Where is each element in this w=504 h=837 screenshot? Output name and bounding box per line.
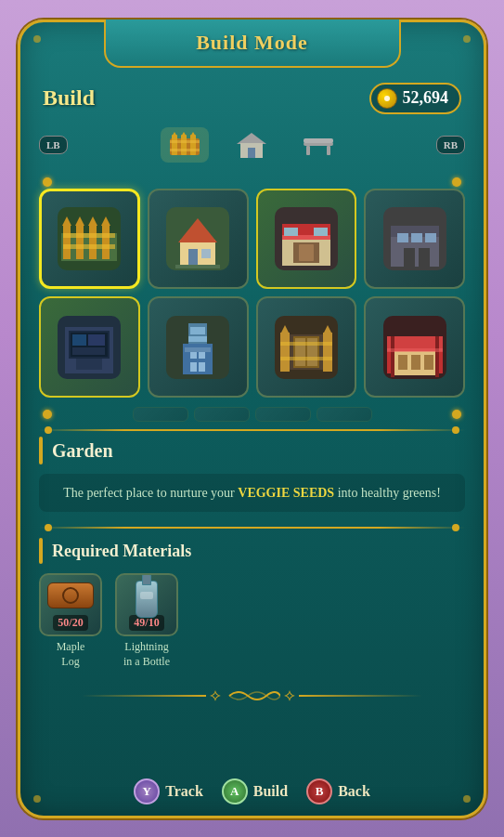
svg-rect-85	[398, 355, 407, 370]
section-divider-2	[39, 527, 465, 529]
lightning-bottle-label: Lightning in a Bottle	[123, 640, 170, 669]
svg-rect-15	[304, 138, 333, 143]
coin-icon	[377, 88, 397, 109]
svg-rect-83	[435, 336, 439, 377]
grid-item-6[interactable]	[148, 296, 249, 398]
item-8-icon	[383, 316, 446, 379]
svg-rect-40	[284, 228, 298, 236]
svg-point-89	[33, 35, 41, 43]
svg-rect-62	[188, 336, 207, 342]
tabs-row	[68, 127, 436, 163]
item-6-icon	[166, 316, 229, 379]
svg-rect-49	[419, 248, 430, 267]
grid-item-3[interactable]	[256, 189, 357, 290]
svg-rect-41	[314, 228, 328, 236]
scroll-dot-left	[43, 177, 52, 187]
tab-fence[interactable]	[161, 127, 209, 163]
svg-rect-27	[63, 244, 115, 249]
rb-button[interactable]: RB	[436, 136, 465, 154]
corner-tr	[458, 30, 476, 48]
maple-log-icon-box: 50/20	[39, 573, 102, 636]
svg-rect-46	[411, 233, 422, 242]
main-panel: Build Mode Build 52,694 LB	[18, 20, 486, 818]
track-button[interactable]: Y Track	[134, 778, 203, 804]
item-name: Garden	[52, 440, 113, 462]
track-label: Track	[165, 783, 203, 800]
grid-area	[39, 176, 465, 425]
svg-marker-9	[237, 133, 266, 144]
grid-item-8[interactable]	[364, 296, 465, 398]
svg-rect-54	[72, 334, 86, 346]
deco-line-right	[299, 695, 423, 697]
back-button[interactable]: B Back	[306, 778, 370, 804]
material-maple-log: 50/20 Maple Log	[39, 573, 102, 669]
item-1-icon	[58, 207, 121, 270]
svg-rect-26	[63, 233, 115, 238]
deco-knot	[225, 687, 280, 705]
svg-rect-66	[199, 362, 205, 372]
back-label: Back	[338, 783, 370, 800]
material-lightning-bottle: 49/10 Lightning in a Bottle	[115, 573, 178, 669]
svg-rect-32	[201, 249, 211, 258]
svg-rect-1	[172, 135, 177, 155]
grid-item-1[interactable]	[39, 189, 140, 290]
grid-item-2[interactable]	[148, 189, 249, 290]
svg-rect-14	[327, 146, 330, 155]
svg-rect-11	[248, 148, 255, 158]
grid-row-2	[39, 296, 465, 398]
item-7-icon	[275, 316, 338, 379]
grid-item-4[interactable]	[364, 189, 465, 290]
svg-rect-57	[76, 359, 102, 370]
garden-accent-bar	[39, 437, 43, 464]
svg-rect-78	[280, 357, 332, 360]
bottom-action-bar: Y Track A Build B Back	[20, 771, 484, 816]
scroll-dot-right	[452, 177, 461, 187]
coin-display: 52,694	[369, 83, 462, 114]
scroll-dot-left-2	[43, 410, 52, 419]
corner-tl	[28, 30, 46, 48]
svg-rect-39	[299, 244, 314, 261]
desc-prefix: The perfect place to nurture your	[63, 486, 238, 500]
tab-house[interactable]	[227, 127, 276, 163]
svg-rect-22	[89, 224, 97, 259]
maple-log-label: Maple Log	[57, 640, 85, 669]
svg-point-91	[33, 795, 41, 803]
req-accent-bar	[39, 538, 43, 564]
item-5-icon	[58, 316, 121, 379]
house-tab-icon	[235, 131, 268, 159]
grid-scroll-bottom	[39, 405, 465, 424]
svg-rect-31	[188, 249, 198, 266]
fence-tab-icon	[168, 131, 201, 159]
title-bar: Build Mode	[104, 20, 401, 68]
lb-button[interactable]: LB	[39, 136, 68, 154]
item-2-icon	[166, 207, 229, 270]
grid-item-7[interactable]	[256, 296, 357, 398]
build-label: Build	[253, 783, 288, 800]
desc-suffix: into healthy greens!	[334, 486, 441, 500]
b-button-icon: B	[306, 778, 332, 804]
build-button[interactable]: A Build	[222, 778, 288, 804]
description-box: The perfect place to nurture your VEGGIE…	[39, 474, 465, 512]
svg-rect-13	[306, 146, 310, 155]
svg-rect-3	[181, 135, 187, 155]
deco-center-ornament: ⟡	[210, 686, 221, 705]
svg-rect-33	[175, 265, 220, 268]
grid-item-5[interactable]	[39, 296, 140, 398]
req-title: Required Materials	[52, 542, 191, 561]
corner-br	[458, 790, 476, 808]
section-label: Build	[43, 85, 95, 111]
scroll-dot-right-2	[452, 410, 461, 419]
log-graphic	[47, 582, 94, 608]
tab-bench[interactable]	[294, 127, 342, 163]
svg-rect-47	[425, 233, 436, 242]
materials-row: 50/20 Maple Log 49/10 Lightning	[39, 573, 465, 669]
grid-row-1	[39, 189, 465, 290]
svg-rect-86	[411, 355, 420, 370]
y-button-icon: Y	[134, 778, 160, 804]
svg-rect-72	[323, 333, 332, 372]
svg-rect-45	[397, 233, 408, 242]
svg-point-92	[463, 795, 471, 803]
svg-rect-20	[76, 224, 84, 259]
svg-rect-70	[280, 333, 290, 372]
svg-rect-56	[72, 347, 105, 355]
